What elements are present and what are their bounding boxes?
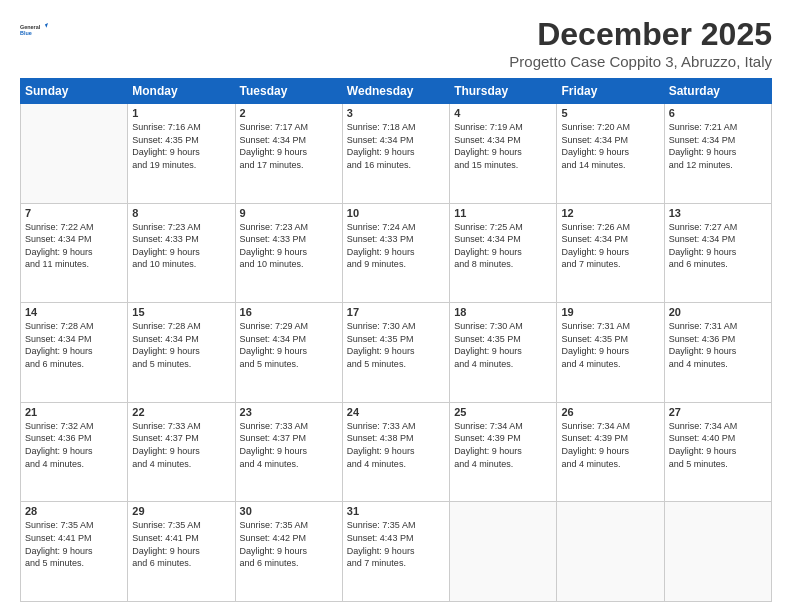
day-info: Sunrise: 7:35 AMSunset: 4:41 PMDaylight:…	[132, 519, 230, 569]
day-number: 12	[561, 207, 659, 219]
calendar-cell: 25Sunrise: 7:34 AMSunset: 4:39 PMDayligh…	[450, 402, 557, 502]
day-number: 9	[240, 207, 338, 219]
day-info: Sunrise: 7:34 AMSunset: 4:40 PMDaylight:…	[669, 420, 767, 470]
day-number: 30	[240, 505, 338, 517]
calendar-cell: 19Sunrise: 7:31 AMSunset: 4:35 PMDayligh…	[557, 303, 664, 403]
day-number: 27	[669, 406, 767, 418]
calendar-cell: 9Sunrise: 7:23 AMSunset: 4:33 PMDaylight…	[235, 203, 342, 303]
calendar-cell: 1Sunrise: 7:16 AMSunset: 4:35 PMDaylight…	[128, 104, 235, 204]
day-number: 19	[561, 306, 659, 318]
calendar-cell: 10Sunrise: 7:24 AMSunset: 4:33 PMDayligh…	[342, 203, 449, 303]
day-info: Sunrise: 7:35 AMSunset: 4:43 PMDaylight:…	[347, 519, 445, 569]
day-number: 2	[240, 107, 338, 119]
day-number: 15	[132, 306, 230, 318]
calendar-cell: 23Sunrise: 7:33 AMSunset: 4:37 PMDayligh…	[235, 402, 342, 502]
calendar-cell: 8Sunrise: 7:23 AMSunset: 4:33 PMDaylight…	[128, 203, 235, 303]
calendar-cell: 24Sunrise: 7:33 AMSunset: 4:38 PMDayligh…	[342, 402, 449, 502]
day-number: 13	[669, 207, 767, 219]
main-title: December 2025	[509, 16, 772, 53]
calendar-cell: 17Sunrise: 7:30 AMSunset: 4:35 PMDayligh…	[342, 303, 449, 403]
calendar-header-sunday: Sunday	[21, 79, 128, 104]
calendar-cell: 5Sunrise: 7:20 AMSunset: 4:34 PMDaylight…	[557, 104, 664, 204]
day-number: 24	[347, 406, 445, 418]
calendar-header-row: SundayMondayTuesdayWednesdayThursdayFrid…	[21, 79, 772, 104]
day-info: Sunrise: 7:30 AMSunset: 4:35 PMDaylight:…	[454, 320, 552, 370]
day-info: Sunrise: 7:33 AMSunset: 4:37 PMDaylight:…	[132, 420, 230, 470]
day-info: Sunrise: 7:28 AMSunset: 4:34 PMDaylight:…	[25, 320, 123, 370]
calendar-cell: 20Sunrise: 7:31 AMSunset: 4:36 PMDayligh…	[664, 303, 771, 403]
page: General Blue December 2025 Progetto Case…	[0, 0, 792, 612]
calendar-cell: 13Sunrise: 7:27 AMSunset: 4:34 PMDayligh…	[664, 203, 771, 303]
day-info: Sunrise: 7:18 AMSunset: 4:34 PMDaylight:…	[347, 121, 445, 171]
calendar-week-2: 7Sunrise: 7:22 AMSunset: 4:34 PMDaylight…	[21, 203, 772, 303]
calendar-week-3: 14Sunrise: 7:28 AMSunset: 4:34 PMDayligh…	[21, 303, 772, 403]
calendar-week-5: 28Sunrise: 7:35 AMSunset: 4:41 PMDayligh…	[21, 502, 772, 602]
calendar-cell: 18Sunrise: 7:30 AMSunset: 4:35 PMDayligh…	[450, 303, 557, 403]
day-number: 4	[454, 107, 552, 119]
day-info: Sunrise: 7:26 AMSunset: 4:34 PMDaylight:…	[561, 221, 659, 271]
calendar-cell: 27Sunrise: 7:34 AMSunset: 4:40 PMDayligh…	[664, 402, 771, 502]
logo: General Blue	[20, 16, 48, 44]
calendar-cell: 30Sunrise: 7:35 AMSunset: 4:42 PMDayligh…	[235, 502, 342, 602]
day-info: Sunrise: 7:34 AMSunset: 4:39 PMDaylight:…	[454, 420, 552, 470]
calendar-cell: 21Sunrise: 7:32 AMSunset: 4:36 PMDayligh…	[21, 402, 128, 502]
day-info: Sunrise: 7:32 AMSunset: 4:36 PMDaylight:…	[25, 420, 123, 470]
calendar-week-4: 21Sunrise: 7:32 AMSunset: 4:36 PMDayligh…	[21, 402, 772, 502]
day-info: Sunrise: 7:35 AMSunset: 4:42 PMDaylight:…	[240, 519, 338, 569]
day-number: 3	[347, 107, 445, 119]
day-info: Sunrise: 7:27 AMSunset: 4:34 PMDaylight:…	[669, 221, 767, 271]
day-number: 20	[669, 306, 767, 318]
day-info: Sunrise: 7:17 AMSunset: 4:34 PMDaylight:…	[240, 121, 338, 171]
day-info: Sunrise: 7:33 AMSunset: 4:38 PMDaylight:…	[347, 420, 445, 470]
calendar-cell: 16Sunrise: 7:29 AMSunset: 4:34 PMDayligh…	[235, 303, 342, 403]
calendar-cell: 7Sunrise: 7:22 AMSunset: 4:34 PMDaylight…	[21, 203, 128, 303]
svg-marker-2	[45, 23, 48, 28]
calendar-cell: 15Sunrise: 7:28 AMSunset: 4:34 PMDayligh…	[128, 303, 235, 403]
calendar-cell: 12Sunrise: 7:26 AMSunset: 4:34 PMDayligh…	[557, 203, 664, 303]
day-info: Sunrise: 7:29 AMSunset: 4:34 PMDaylight:…	[240, 320, 338, 370]
day-info: Sunrise: 7:33 AMSunset: 4:37 PMDaylight:…	[240, 420, 338, 470]
day-number: 11	[454, 207, 552, 219]
svg-text:Blue: Blue	[20, 30, 32, 36]
day-info: Sunrise: 7:35 AMSunset: 4:41 PMDaylight:…	[25, 519, 123, 569]
calendar-cell: 31Sunrise: 7:35 AMSunset: 4:43 PMDayligh…	[342, 502, 449, 602]
calendar-cell	[21, 104, 128, 204]
generalblue-logo-icon: General Blue	[20, 16, 48, 44]
day-info: Sunrise: 7:20 AMSunset: 4:34 PMDaylight:…	[561, 121, 659, 171]
day-info: Sunrise: 7:23 AMSunset: 4:33 PMDaylight:…	[240, 221, 338, 271]
day-info: Sunrise: 7:34 AMSunset: 4:39 PMDaylight:…	[561, 420, 659, 470]
calendar-cell	[557, 502, 664, 602]
subtitle: Progetto Case Coppito 3, Abruzzo, Italy	[509, 53, 772, 70]
calendar-cell	[664, 502, 771, 602]
day-number: 8	[132, 207, 230, 219]
day-info: Sunrise: 7:22 AMSunset: 4:34 PMDaylight:…	[25, 221, 123, 271]
day-info: Sunrise: 7:16 AMSunset: 4:35 PMDaylight:…	[132, 121, 230, 171]
day-number: 6	[669, 107, 767, 119]
day-number: 23	[240, 406, 338, 418]
day-number: 22	[132, 406, 230, 418]
day-number: 5	[561, 107, 659, 119]
day-number: 14	[25, 306, 123, 318]
calendar-cell: 22Sunrise: 7:33 AMSunset: 4:37 PMDayligh…	[128, 402, 235, 502]
calendar-table: SundayMondayTuesdayWednesdayThursdayFrid…	[20, 78, 772, 602]
calendar-cell: 6Sunrise: 7:21 AMSunset: 4:34 PMDaylight…	[664, 104, 771, 204]
day-number: 31	[347, 505, 445, 517]
day-info: Sunrise: 7:21 AMSunset: 4:34 PMDaylight:…	[669, 121, 767, 171]
day-info: Sunrise: 7:31 AMSunset: 4:35 PMDaylight:…	[561, 320, 659, 370]
day-number: 26	[561, 406, 659, 418]
calendar-week-1: 1Sunrise: 7:16 AMSunset: 4:35 PMDaylight…	[21, 104, 772, 204]
calendar-cell: 2Sunrise: 7:17 AMSunset: 4:34 PMDaylight…	[235, 104, 342, 204]
calendar-cell: 29Sunrise: 7:35 AMSunset: 4:41 PMDayligh…	[128, 502, 235, 602]
day-number: 29	[132, 505, 230, 517]
day-info: Sunrise: 7:28 AMSunset: 4:34 PMDaylight:…	[132, 320, 230, 370]
day-info: Sunrise: 7:30 AMSunset: 4:35 PMDaylight:…	[347, 320, 445, 370]
day-info: Sunrise: 7:23 AMSunset: 4:33 PMDaylight:…	[132, 221, 230, 271]
calendar-cell: 3Sunrise: 7:18 AMSunset: 4:34 PMDaylight…	[342, 104, 449, 204]
calendar-header-wednesday: Wednesday	[342, 79, 449, 104]
calendar-header-thursday: Thursday	[450, 79, 557, 104]
day-info: Sunrise: 7:24 AMSunset: 4:33 PMDaylight:…	[347, 221, 445, 271]
day-number: 18	[454, 306, 552, 318]
day-number: 10	[347, 207, 445, 219]
calendar-cell	[450, 502, 557, 602]
day-number: 7	[25, 207, 123, 219]
